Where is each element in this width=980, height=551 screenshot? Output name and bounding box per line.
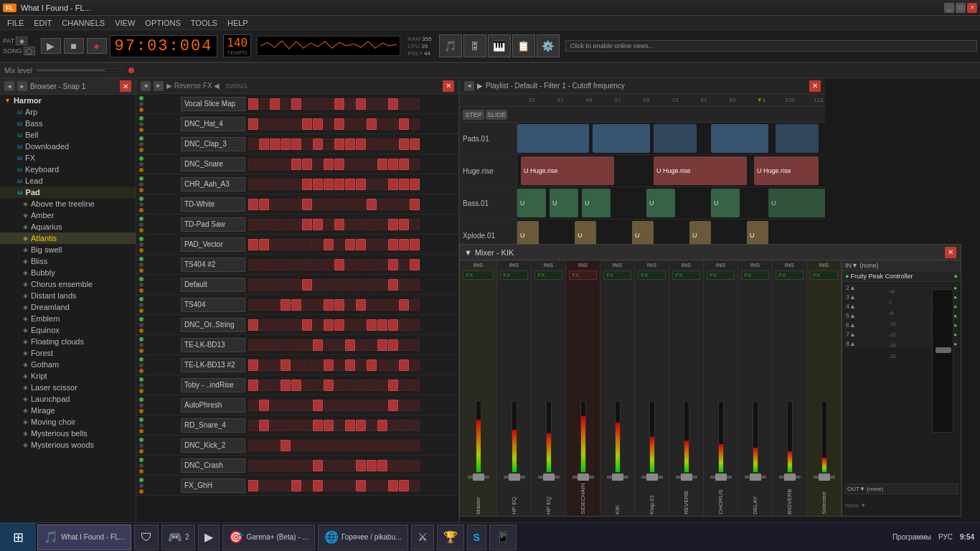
- step-btn[interactable]: [302, 98, 312, 110]
- step-btn[interactable]: [334, 98, 344, 110]
- step-btn[interactable]: [367, 359, 377, 371]
- step-btn[interactable]: [324, 118, 334, 130]
- step-channel-name[interactable]: AutoPhresh: [181, 398, 245, 413]
- step-btn[interactable]: [313, 440, 323, 451]
- step-btn[interactable]: [302, 138, 312, 150]
- browser-preset-emblem[interactable]: ◈ Emblem: [0, 313, 136, 324]
- step-btn[interactable]: [345, 179, 355, 190]
- step-channel-name[interactable]: TS404 #2: [181, 258, 245, 272]
- step-btn[interactable]: [302, 279, 312, 291]
- step-btn[interactable]: [367, 199, 377, 210]
- taskbar-garena[interactable]: 🎯 Garena+ (Beta) - ...: [222, 524, 314, 550]
- step-channel-name[interactable]: DNC_Kick_2: [181, 438, 245, 453]
- step-btn[interactable]: [324, 460, 334, 471]
- step-btn[interactable]: [356, 480, 366, 491]
- news-bar[interactable]: Click to enable online news...: [565, 40, 977, 52]
- step-btn[interactable]: [345, 359, 355, 371]
- step-btn[interactable]: [248, 400, 258, 411]
- step-btn[interactable]: [356, 460, 366, 471]
- step-btn[interactable]: [377, 420, 387, 431]
- step-btn[interactable]: [281, 219, 291, 230]
- pl-block[interactable]: [711, 124, 768, 153]
- step-btn[interactable]: [334, 420, 344, 431]
- step-btn[interactable]: [291, 118, 301, 130]
- step-btn[interactable]: [399, 480, 409, 491]
- tool-btn-2[interactable]: 🎛: [463, 34, 486, 57]
- pl-track-area-huge-rise[interactable]: U Huge.rise U Huge.rise U Huge.rise: [517, 155, 825, 187]
- step-btn[interactable]: [302, 380, 312, 391]
- step-btn[interactable]: [313, 339, 323, 351]
- step-btn[interactable]: [345, 380, 355, 391]
- browser-preset-distant-lands[interactable]: ◈ Distant lands: [0, 290, 136, 301]
- step-btn[interactable]: [291, 98, 301, 110]
- step-btn[interactable]: [248, 420, 258, 431]
- step-btn[interactable]: [345, 299, 355, 311]
- step-btn[interactable]: [291, 159, 301, 170]
- tool-btn-3[interactable]: 🎹: [488, 34, 511, 57]
- pl-block[interactable]: U: [768, 189, 825, 217]
- peak-fader-thumb[interactable]: [936, 347, 951, 353]
- step-btn[interactable]: [345, 460, 355, 471]
- step-btn[interactable]: [313, 219, 323, 230]
- step-btn[interactable]: [259, 239, 269, 250]
- step-btn[interactable]: [270, 179, 280, 190]
- step-channel-name[interactable]: DNC_Snare: [181, 157, 245, 171]
- browser-preset-bliss[interactable]: ◈ Bliss: [0, 255, 136, 267]
- step-btn[interactable]: [313, 400, 323, 411]
- step-btn[interactable]: [356, 279, 366, 291]
- step-channel-name[interactable]: PAD_Vector: [181, 237, 245, 252]
- step-btn[interactable]: [367, 339, 377, 351]
- step-btn[interactable]: [367, 279, 377, 291]
- step-btn[interactable]: [334, 440, 344, 451]
- step-btn[interactable]: [291, 339, 301, 351]
- step-btn[interactable]: [291, 199, 301, 210]
- step-btn[interactable]: [410, 199, 420, 210]
- step-btn[interactable]: [334, 159, 344, 170]
- step-channel-name[interactable]: TD-White: [181, 197, 245, 212]
- step-btn[interactable]: [270, 359, 280, 371]
- step-btn[interactable]: [324, 480, 334, 491]
- step-channel-name[interactable]: Vocal Slice Map: [181, 97, 245, 111]
- step-btn[interactable]: [302, 219, 312, 230]
- step-btn[interactable]: [377, 259, 387, 270]
- taskbar-antivirus[interactable]: 🛡: [134, 524, 159, 550]
- step-btn[interactable]: [345, 480, 355, 491]
- step-btn[interactable]: [399, 98, 409, 110]
- step-btn[interactable]: [291, 480, 301, 491]
- step-btn[interactable]: [270, 339, 280, 351]
- playlist-nav-back[interactable]: ◄: [464, 81, 474, 91]
- step-btn[interactable]: [313, 380, 323, 391]
- step-btn[interactable]: [356, 440, 366, 451]
- step-btn[interactable]: [345, 259, 355, 270]
- browser-preset-equinox[interactable]: ◈ Equinox: [0, 324, 136, 336]
- browser-item-fx[interactable]: ω FX: [0, 152, 136, 164]
- step-btn[interactable]: [259, 460, 269, 471]
- pl-block[interactable]: U Huge.rise: [754, 156, 819, 185]
- stop-button[interactable]: ■: [64, 38, 84, 54]
- step-btn[interactable]: [291, 400, 301, 411]
- pl-track-area-pads[interactable]: [517, 123, 825, 154]
- step-channel-name[interactable]: FX_GhH: [181, 479, 245, 493]
- step-btn[interactable]: [377, 359, 387, 371]
- step-btn[interactable]: [356, 400, 366, 411]
- slide-mode-btn[interactable]: SLIDE: [486, 110, 507, 120]
- step-btn[interactable]: [270, 98, 280, 110]
- step-btn[interactable]: [248, 138, 258, 150]
- step-btn[interactable]: [302, 400, 312, 411]
- step-btn[interactable]: [399, 239, 409, 250]
- step-btn[interactable]: [281, 118, 291, 130]
- fx-btn[interactable]: FX: [603, 270, 631, 280]
- step-btn[interactable]: [356, 239, 366, 250]
- step-btn[interactable]: [281, 98, 291, 110]
- step-channel-name[interactable]: Toby - ..indRise: [181, 378, 245, 392]
- step-btn[interactable]: [388, 199, 398, 210]
- step-btn[interactable]: [248, 179, 258, 190]
- step-btn[interactable]: [334, 400, 344, 411]
- record-button[interactable]: ●: [87, 38, 107, 54]
- step-btn[interactable]: [259, 219, 269, 230]
- step-btn[interactable]: [377, 460, 387, 471]
- step-btn[interactable]: [324, 319, 334, 331]
- step-btn[interactable]: [410, 279, 420, 291]
- step-btn[interactable]: [248, 118, 258, 130]
- browser-preset-mysterious-bells[interactable]: ◈ Mysterious bells: [0, 428, 136, 439]
